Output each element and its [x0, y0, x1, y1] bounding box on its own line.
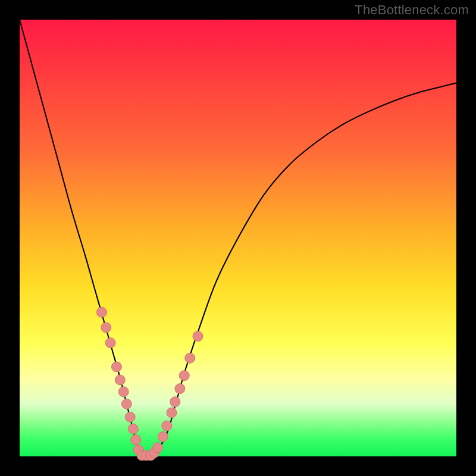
marker-dot: [185, 353, 195, 363]
marker-dot: [131, 435, 141, 445]
marker-dot: [167, 408, 177, 418]
marker-dot: [162, 421, 172, 431]
marker-dot: [175, 384, 185, 394]
marker-dot: [179, 371, 189, 381]
marker-dot: [121, 399, 131, 409]
marker-dot: [111, 362, 121, 372]
chart-plot-area: [20, 20, 456, 456]
bottleneck-curve: [20, 20, 456, 457]
marker-dot: [118, 387, 129, 397]
chart-svg: [20, 20, 456, 456]
marker-dot: [96, 307, 107, 317]
marker-dot: [152, 443, 162, 453]
marker-dot: [193, 331, 203, 342]
curve-layer: [20, 20, 456, 457]
marker-dot: [115, 375, 125, 385]
marker-dot: [101, 322, 111, 333]
marker-dot: [105, 338, 115, 348]
marker-dot: [128, 424, 138, 434]
marker-dot: [170, 397, 180, 407]
marker-dot: [158, 431, 168, 441]
chart-frame: TheBottleneck.com: [0, 0, 476, 476]
watermark-text: TheBottleneck.com: [355, 2, 469, 18]
marker-layer: [96, 307, 202, 461]
marker-dot: [125, 412, 135, 422]
